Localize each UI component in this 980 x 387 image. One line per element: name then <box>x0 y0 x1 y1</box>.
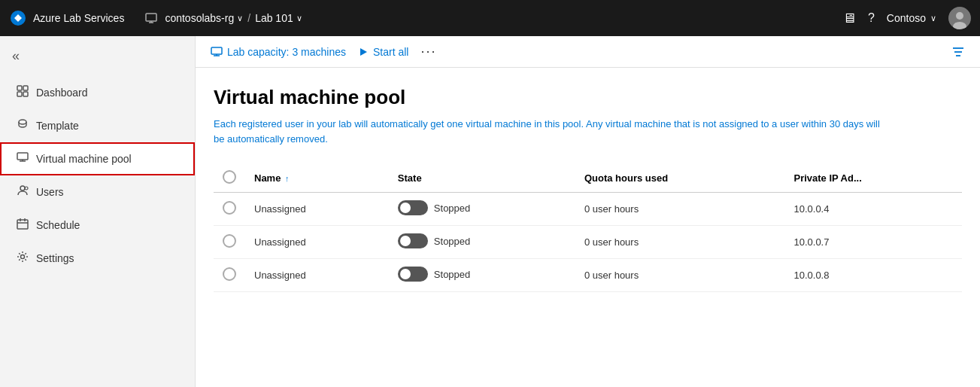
dashboard-icon <box>17 85 29 100</box>
page-content: Virtual machine pool Each registered use… <box>196 68 980 387</box>
row3-select <box>214 259 245 292</box>
sort-arrow-icon: ↑ <box>285 174 290 183</box>
row2-name: Unassigned <box>245 226 389 259</box>
svg-marker-25 <box>360 48 367 56</box>
monitor-icon-topbar[interactable]: 🖥 <box>842 11 856 26</box>
row2-toggle[interactable]: Stopped <box>398 233 470 248</box>
users-icon <box>17 184 29 200</box>
topbar-breadcrumb: contosolabs-rg ∨ / Lab 101 ∨ <box>145 12 302 24</box>
row2-state: Stopped <box>389 226 575 259</box>
svg-point-5 <box>956 12 963 20</box>
svg-rect-17 <box>17 220 28 229</box>
row3-quota: 0 user hours <box>575 259 785 292</box>
row1-toggle-switch[interactable] <box>398 200 428 215</box>
page-title: Virtual machine pool <box>214 86 962 109</box>
start-all-button[interactable]: Start all <box>358 46 408 58</box>
svg-rect-9 <box>17 92 22 96</box>
sidebar-item-settings-label: Settings <box>36 252 74 264</box>
col-name[interactable]: Name ↑ <box>245 164 389 193</box>
topbar-logo: Azure Lab Services <box>9 9 124 27</box>
breadcrumb-group[interactable]: contosolabs-rg ∨ <box>165 12 243 24</box>
col-quota: Quota hours used <box>575 164 785 193</box>
sidebar-item-users[interactable]: Users <box>0 175 195 209</box>
lab-capacity-label: Lab capacity: 3 machines <box>227 46 346 58</box>
sidebar-item-users-label: Users <box>36 186 64 198</box>
vm-table: Name ↑ State Quota hours used Private IP… <box>214 164 962 292</box>
row2-select <box>214 226 245 259</box>
row2-radio[interactable] <box>223 234 236 248</box>
svg-point-15 <box>20 186 25 190</box>
lab-capacity-item[interactable]: Lab capacity: 3 machines <box>211 46 346 58</box>
row2-ip: 10.0.0.7 <box>784 226 962 259</box>
filter-icon[interactable] <box>951 45 965 59</box>
row3-radio[interactable] <box>223 267 236 281</box>
main-layout: « Dashboard <box>0 36 980 387</box>
table-row: Unassigned Stopped 0 user hours 10.0.0.8 <box>214 259 962 292</box>
topbar-right: 🖥 ? Contoso ∨ <box>842 7 971 29</box>
row3-state-label: Stopped <box>434 269 470 280</box>
page-description: Each registered user in your lab will au… <box>214 117 890 146</box>
table-header-row: Name ↑ State Quota hours used Private IP… <box>214 164 962 193</box>
header-radio[interactable] <box>223 170 236 184</box>
topbar-user[interactable]: Contoso ∨ <box>887 12 936 24</box>
settings-icon <box>17 251 29 266</box>
svg-rect-22 <box>211 47 222 54</box>
play-icon <box>358 47 369 57</box>
row3-toggle[interactable]: Stopped <box>398 267 470 282</box>
more-options-button[interactable]: ··· <box>420 44 436 59</box>
row3-name: Unassigned <box>245 259 389 292</box>
row3-toggle-switch[interactable] <box>398 267 428 282</box>
row1-select <box>214 193 245 226</box>
row1-toggle[interactable]: Stopped <box>398 200 470 215</box>
table-row: Unassigned Stopped 0 user hours 10.0.0.7 <box>214 226 962 259</box>
schedule-icon <box>17 218 29 233</box>
svg-rect-10 <box>23 92 28 96</box>
col-select <box>214 164 245 193</box>
row2-quota: 0 user hours <box>575 226 785 259</box>
row1-quota: 0 user hours <box>575 193 785 226</box>
topbar-brand-label: Azure Lab Services <box>33 12 124 24</box>
user-chevron: ∨ <box>930 14 936 23</box>
svg-point-21 <box>21 255 25 259</box>
svg-rect-8 <box>23 86 28 90</box>
template-icon <box>17 118 29 133</box>
sidebar-item-dashboard-label: Dashboard <box>36 87 88 99</box>
row1-radio[interactable] <box>223 201 236 215</box>
help-icon[interactable]: ? <box>868 11 875 25</box>
row2-toggle-switch[interactable] <box>398 233 428 248</box>
topbar: Azure Lab Services contosolabs-rg ∨ / La… <box>0 0 980 36</box>
monitor-icon <box>145 12 157 24</box>
svg-point-11 <box>19 120 26 124</box>
row1-state-label: Stopped <box>434 203 470 214</box>
sidebar-item-dashboard[interactable]: Dashboard <box>0 76 195 109</box>
sidebar-item-virtual-machine-pool[interactable]: Virtual machine pool <box>0 142 195 175</box>
sidebar-item-schedule[interactable]: Schedule <box>0 209 195 242</box>
breadcrumb-group-chevron: ∨ <box>237 14 243 23</box>
row3-ip: 10.0.0.8 <box>784 259 962 292</box>
col-ip: Private IP Ad... <box>784 164 962 193</box>
svg-rect-12 <box>17 153 28 160</box>
svg-point-16 <box>25 187 28 190</box>
start-all-label: Start all <box>373 46 408 58</box>
col-state: State <box>389 164 575 193</box>
svg-rect-7 <box>17 86 22 90</box>
sidebar-nav: Dashboard Template <box>0 76 195 275</box>
row1-name: Unassigned <box>245 193 389 226</box>
sidebar-item-vm-pool-label: Virtual machine pool <box>36 153 132 165</box>
sidebar-item-template-label: Template <box>36 120 79 132</box>
sidebar: « Dashboard <box>0 36 196 387</box>
vm-pool-icon <box>17 151 29 166</box>
sidebar-item-template[interactable]: Template <box>0 109 195 142</box>
row2-state-label: Stopped <box>434 236 470 247</box>
sidebar-item-schedule-label: Schedule <box>36 219 80 231</box>
monitor-toolbar-icon <box>211 46 223 58</box>
row1-ip: 10.0.0.4 <box>784 193 962 226</box>
sidebar-item-settings[interactable]: Settings <box>0 242 195 275</box>
sidebar-collapse-button[interactable]: « <box>0 42 195 70</box>
content-area: Lab capacity: 3 machines Start all ··· V… <box>196 36 980 387</box>
toolbar: Lab capacity: 3 machines Start all ··· <box>196 36 980 68</box>
avatar[interactable] <box>948 7 971 29</box>
svg-rect-1 <box>146 14 156 21</box>
row1-state: Stopped <box>389 193 575 226</box>
breadcrumb-lab[interactable]: Lab 101 ∨ <box>255 12 302 24</box>
